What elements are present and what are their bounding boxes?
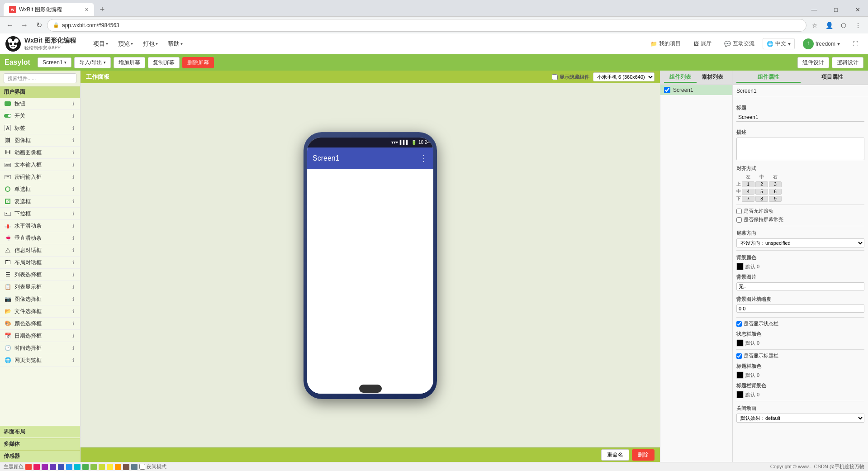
dark-mode-toggle[interactable]: 夜间模式 xyxy=(139,463,166,470)
forward-button[interactable]: → xyxy=(18,19,31,32)
comp-image-picker[interactable]: 📷 图像选择框 ℹ xyxy=(0,293,80,305)
comp-button[interactable]: 按钮 ℹ xyxy=(0,98,80,110)
show-title-checkbox[interactable] xyxy=(736,353,742,359)
bg-scale-input[interactable] xyxy=(736,304,864,313)
tab-project-props[interactable]: 项目属性 xyxy=(801,72,865,83)
bg-color-swatch[interactable] xyxy=(736,263,744,270)
section-sensor[interactable]: 传感器 xyxy=(0,450,80,462)
device-selector[interactable]: 小米手机 6 (360x640) xyxy=(593,72,655,81)
info-icon-imgpicker[interactable]: ℹ xyxy=(70,296,76,302)
comp-list-view[interactable]: 📋 列表显示框 ℹ xyxy=(0,281,80,293)
info-icon[interactable]: ℹ xyxy=(70,101,76,107)
info-icon-dropdown[interactable]: ℹ xyxy=(70,211,76,217)
section-layout[interactable]: 界面布局 xyxy=(0,426,80,438)
design-button[interactable]: 组件设计 xyxy=(797,57,829,68)
info-icon-vslider[interactable]: ℹ xyxy=(70,235,76,241)
profile-button[interactable]: 👤 xyxy=(823,19,835,32)
info-icon-colorpicker[interactable]: ℹ xyxy=(70,321,76,327)
theme-color-lime[interactable] xyxy=(99,464,105,470)
allow-scroll-checkbox[interactable] xyxy=(736,209,742,214)
exchange-button[interactable]: 💬 互动交流 xyxy=(720,38,759,49)
comp-hslider[interactable]: 水平滑动条 ℹ xyxy=(0,220,80,232)
info-icon-textinput[interactable]: ℹ xyxy=(70,162,76,168)
tab-component-list[interactable]: 组件列表 xyxy=(664,72,697,83)
keep-screen-checkbox[interactable] xyxy=(736,217,742,223)
align-btn-8[interactable]: 8 xyxy=(755,196,768,202)
show-hidden-checkbox[interactable] xyxy=(552,74,558,80)
comp-dropdown[interactable]: ▾ 下拉框 ℹ xyxy=(0,208,80,220)
theme-color-red[interactable] xyxy=(25,464,32,470)
theme-color-indigo[interactable] xyxy=(58,464,64,470)
align-btn-7[interactable]: 7 xyxy=(742,196,754,202)
add-screen-button[interactable]: 增加屏幕 xyxy=(114,57,145,68)
screen1-tree-item[interactable]: Screen1 xyxy=(660,85,732,95)
theme-color-pink[interactable] xyxy=(33,464,40,470)
theme-color-orange[interactable] xyxy=(115,464,121,470)
info-icon-webview[interactable]: ℹ xyxy=(70,357,76,363)
expand-button[interactable]: ⛶ xyxy=(848,39,863,49)
import-export-button[interactable]: 导入/导出 ▾ xyxy=(74,57,111,68)
user-button[interactable]: f freedom ▾ xyxy=(798,37,844,51)
info-icon-listview[interactable]: ℹ xyxy=(70,284,76,290)
status-color-swatch[interactable] xyxy=(736,339,744,347)
comp-file-picker[interactable]: 📂 文件选择框 ℹ xyxy=(0,305,80,318)
comp-vslider[interactable]: 垂直滑动条 ℹ xyxy=(0,232,80,244)
theme-color-blue-grey[interactable] xyxy=(131,464,138,470)
desc-textarea[interactable] xyxy=(736,138,864,160)
browser-tab[interactable]: W WxBit 图形化编程 × xyxy=(4,3,94,16)
info-icon-switch[interactable]: ℹ xyxy=(70,113,76,119)
menu-project[interactable]: 项目 ▾ xyxy=(89,38,113,50)
comp-radio[interactable]: 单选框 ℹ xyxy=(0,183,80,195)
title-input[interactable] xyxy=(736,113,864,122)
logic-button[interactable]: 逻辑设计 xyxy=(832,57,863,68)
reload-button[interactable]: ↻ xyxy=(33,19,45,32)
language-button[interactable]: 🌐 中文 ▾ xyxy=(763,38,795,49)
copy-screen-button[interactable]: 复制屏幕 xyxy=(148,57,180,68)
align-btn-2[interactable]: 2 xyxy=(755,181,768,187)
comp-label[interactable]: A 标签 ℹ xyxy=(0,122,80,134)
show-hidden-label[interactable]: 显示隐藏组件 xyxy=(552,74,589,81)
info-icon-anim[interactable]: ℹ xyxy=(70,150,76,156)
comp-list-picker[interactable]: ☰ 列表选择框 ℹ xyxy=(0,269,80,281)
info-icon-listpicker[interactable]: ℹ xyxy=(70,272,76,278)
theme-color-brown[interactable] xyxy=(123,464,129,470)
theme-color-green[interactable] xyxy=(82,464,89,470)
delete-screen-button[interactable]: 删除屏幕 xyxy=(182,57,214,68)
comp-image[interactable]: 🖼 图像框 ℹ xyxy=(0,134,80,147)
align-btn-4[interactable]: 4 xyxy=(742,189,754,195)
comp-time-picker[interactable]: 🕐 时间选择框 ℹ xyxy=(0,342,80,354)
comp-alert-dialog[interactable]: ⚠ 信息对话框 ℹ xyxy=(0,244,80,257)
new-tab-button[interactable]: + xyxy=(96,3,109,16)
show-status-checkbox[interactable] xyxy=(736,321,742,327)
bookmark-button[interactable]: ☆ xyxy=(808,19,821,32)
tab-component-props[interactable]: 组件属性 xyxy=(736,72,801,83)
section-media[interactable]: 多媒体 xyxy=(0,438,80,450)
delete-button[interactable]: 删除 xyxy=(632,449,655,461)
title-bg-color-swatch[interactable] xyxy=(736,391,744,398)
info-icon-timepicker[interactable]: ℹ xyxy=(70,345,76,351)
align-btn-5[interactable]: 5 xyxy=(755,189,768,195)
info-icon-datepicker[interactable]: ℹ xyxy=(70,333,76,339)
dark-mode-checkbox[interactable] xyxy=(139,464,145,470)
orientation-select[interactable]: 不设方向：unspecified xyxy=(736,238,864,247)
screen-select-button[interactable]: Screen1 ▾ xyxy=(38,57,71,67)
gallery-button[interactable]: 🖼 展厅 xyxy=(689,38,716,49)
theme-color-cyan[interactable] xyxy=(74,464,81,470)
align-btn-1[interactable]: 1 xyxy=(742,181,754,187)
menu-help[interactable]: 帮助 ▾ xyxy=(163,38,187,50)
comp-switch[interactable]: 开关 ℹ xyxy=(0,110,80,122)
tab-close-button[interactable]: × xyxy=(85,6,89,13)
close-button[interactable]: ✕ xyxy=(847,1,868,18)
menu-package[interactable]: 打包 ▾ xyxy=(138,38,162,50)
screen1-checkbox[interactable] xyxy=(664,87,670,93)
theme-color-yellow[interactable] xyxy=(107,464,113,470)
comp-web-view[interactable]: 🌐 网页浏览框 ℹ xyxy=(0,354,80,366)
align-btn-6[interactable]: 6 xyxy=(769,189,782,195)
phone-content[interactable] xyxy=(307,169,433,394)
comp-password[interactable]: *** 密码输入框 ℹ xyxy=(0,171,80,183)
extensions-button[interactable]: ⬡ xyxy=(837,19,850,32)
rename-button[interactable]: 重命名 xyxy=(601,449,629,461)
my-projects-button[interactable]: 📁 我的项目 xyxy=(646,38,685,49)
info-icon-checkbox[interactable]: ℹ xyxy=(70,199,76,205)
info-icon-hslider[interactable]: ℹ xyxy=(70,223,76,229)
